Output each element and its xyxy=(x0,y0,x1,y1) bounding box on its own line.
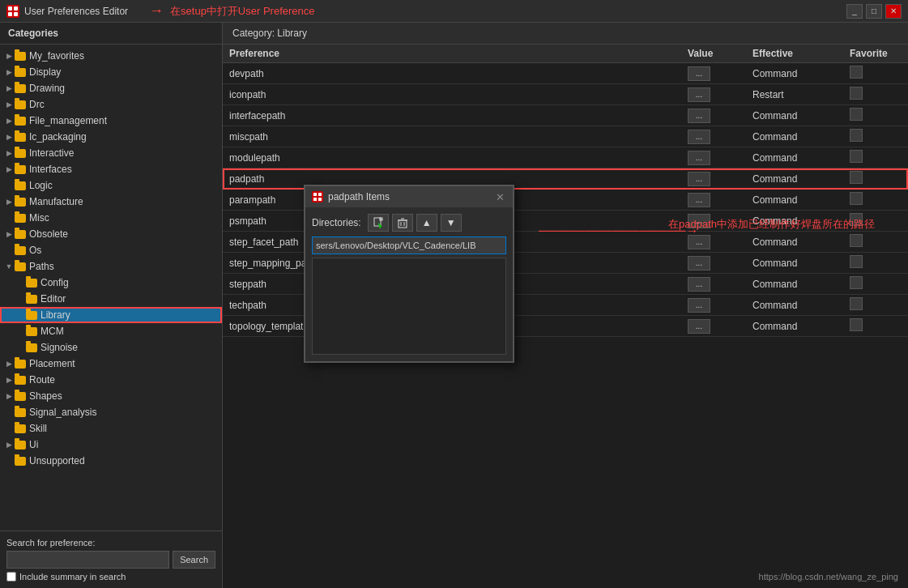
new-file-button[interactable] xyxy=(368,214,389,232)
table-row: iconpath ... Restart xyxy=(223,84,908,105)
sidebar-item-skill[interactable]: Skill xyxy=(0,420,222,437)
value-button[interactable]: ... xyxy=(688,319,710,334)
favorite-checkbox[interactable] xyxy=(850,66,863,79)
value-button[interactable]: ... xyxy=(688,66,710,81)
sidebar-item-file_management[interactable]: ▶ File_management xyxy=(0,113,222,129)
pref-value[interactable]: ... xyxy=(681,316,746,337)
include-summary-checkbox[interactable] xyxy=(6,572,16,582)
value-button[interactable]: ... xyxy=(688,277,710,292)
favorite-checkbox[interactable] xyxy=(850,150,863,163)
sidebar-item-placement[interactable]: ▶ Placement xyxy=(0,356,222,372)
pref-value[interactable]: ... xyxy=(681,105,746,126)
sidebar-item-signoise[interactable]: Signoise xyxy=(0,339,222,356)
search-input[interactable] xyxy=(6,551,169,569)
close-button[interactable]: ✕ xyxy=(885,4,902,19)
sidebar-item-misc[interactable]: Misc xyxy=(0,210,222,226)
favorite-checkbox[interactable] xyxy=(850,129,863,142)
pref-value[interactable]: ... xyxy=(681,253,746,274)
value-button[interactable]: ... xyxy=(688,172,710,186)
delete-button[interactable] xyxy=(392,214,413,232)
sidebar-item-logic[interactable]: Logic xyxy=(0,177,222,194)
pref-favorite[interactable] xyxy=(843,274,908,295)
sidebar-item-drawing[interactable]: ▶ Drawing xyxy=(0,80,222,96)
pref-value[interactable]: ... xyxy=(681,211,746,232)
tree-label: Manufacture xyxy=(29,196,83,207)
value-button[interactable]: ... xyxy=(688,256,710,271)
minimize-button[interactable]: _ xyxy=(846,4,863,19)
pref-value[interactable]: ... xyxy=(681,63,746,84)
path-input[interactable]: sers/Lenovo/Desktop/VLC_Cadence/LIB xyxy=(312,236,506,254)
dialog-close-button[interactable]: ✕ xyxy=(493,190,506,203)
maximize-button[interactable]: □ xyxy=(866,4,882,19)
value-button[interactable]: ... xyxy=(688,235,710,249)
value-button[interactable]: ... xyxy=(688,130,710,144)
dialog-list-area[interactable] xyxy=(312,258,506,355)
favorite-checkbox[interactable] xyxy=(850,255,863,268)
sidebar-item-interactive[interactable]: ▶ Interactive xyxy=(0,145,222,161)
sidebar-item-interfaces[interactable]: ▶ Interfaces xyxy=(0,161,222,177)
folder-icon xyxy=(26,343,37,352)
value-button[interactable]: ... xyxy=(688,193,710,207)
pref-value[interactable]: ... xyxy=(681,147,746,168)
value-button[interactable]: ... xyxy=(688,214,710,228)
svg-rect-3 xyxy=(14,12,18,16)
sidebar-item-editor[interactable]: Editor xyxy=(0,291,222,307)
pref-favorite[interactable] xyxy=(843,63,908,84)
favorite-checkbox[interactable] xyxy=(850,276,863,289)
sidebar-item-signal_analysis[interactable]: Signal_analysis xyxy=(0,404,222,420)
sidebar-item-config[interactable]: Config xyxy=(0,275,222,291)
sidebar-item-route[interactable]: ▶ Route xyxy=(0,372,222,388)
pref-value[interactable]: ... xyxy=(681,190,746,211)
pref-favorite[interactable] xyxy=(843,232,908,253)
search-button[interactable]: Search xyxy=(173,551,215,569)
pref-value[interactable]: ... xyxy=(681,274,746,295)
pref-value[interactable]: ... xyxy=(681,126,746,147)
favorite-checkbox[interactable] xyxy=(850,213,863,226)
favorite-checkbox[interactable] xyxy=(850,192,863,205)
sidebar-item-display[interactable]: ▶ Display xyxy=(0,64,222,80)
value-button[interactable]: ... xyxy=(688,151,710,165)
sidebar-item-mcm[interactable]: MCM xyxy=(0,323,222,339)
pref-favorite[interactable] xyxy=(843,295,908,316)
pref-value[interactable]: ... xyxy=(681,84,746,105)
favorite-checkbox[interactable] xyxy=(850,87,863,100)
move-down-button[interactable]: ▼ xyxy=(441,214,462,232)
value-button[interactable]: ... xyxy=(688,109,710,123)
value-button[interactable]: ... xyxy=(688,298,710,313)
favorite-checkbox[interactable] xyxy=(850,318,863,331)
folder-icon xyxy=(15,262,26,271)
favorite-checkbox[interactable] xyxy=(850,108,863,121)
value-button[interactable]: ... xyxy=(688,87,710,102)
pref-effective: Restart xyxy=(746,84,843,105)
pref-favorite[interactable] xyxy=(843,211,908,232)
sidebar-item-manufacture[interactable]: ▶ Manufacture xyxy=(0,194,222,210)
pref-value[interactable]: ... xyxy=(681,168,746,190)
pref-favorite[interactable] xyxy=(843,253,908,274)
pref-favorite[interactable] xyxy=(843,105,908,126)
sidebar-item-my_favorites[interactable]: ▶ My_favorites xyxy=(0,48,222,64)
tree-label: Ui xyxy=(29,439,38,450)
sidebar-item-obsolete[interactable]: ▶ Obsolete xyxy=(0,226,222,242)
sidebar-item-unsupported[interactable]: Unsupported xyxy=(0,453,222,469)
pref-favorite[interactable] xyxy=(843,126,908,147)
sidebar-item-shapes[interactable]: ▶ Shapes xyxy=(0,388,222,404)
sidebar-item-ui[interactable]: ▶ Ui xyxy=(0,437,222,453)
favorite-checkbox[interactable] xyxy=(850,297,863,310)
pref-value[interactable]: ... xyxy=(681,232,746,253)
sidebar-item-ic_packaging[interactable]: ▶ Ic_packaging xyxy=(0,129,222,145)
pref-favorite[interactable] xyxy=(843,168,908,190)
sidebar-item-drc[interactable]: ▶ Drc xyxy=(0,96,222,113)
favorite-checkbox[interactable] xyxy=(850,171,863,184)
sidebar-item-library[interactable]: Library xyxy=(0,307,222,323)
sidebar-item-paths[interactable]: ▼ Paths xyxy=(0,258,222,275)
move-up-button[interactable]: ▲ xyxy=(416,214,437,232)
pref-favorite[interactable] xyxy=(843,84,908,105)
sidebar-item-os[interactable]: Os xyxy=(0,242,222,258)
favorite-checkbox[interactable] xyxy=(850,234,863,247)
pref-favorite[interactable] xyxy=(843,316,908,337)
pref-value[interactable]: ... xyxy=(681,295,746,316)
pref-favorite[interactable] xyxy=(843,147,908,168)
pref-effective: Command xyxy=(746,295,843,316)
sidebar-tree[interactable]: ▶ My_favorites ▶ Display ▶ Drawing ▶ Drc xyxy=(0,45,222,530)
pref-favorite[interactable] xyxy=(843,190,908,211)
